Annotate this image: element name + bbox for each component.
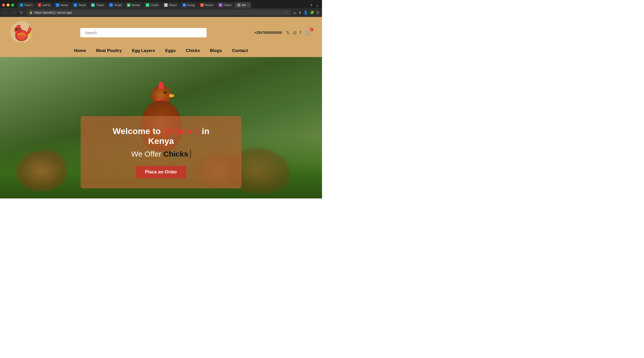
nav-item-contact[interactable]: Contact [232, 48, 248, 53]
maximize-button[interactable] [11, 4, 14, 7]
nav-item-home[interactable]: Home [74, 48, 86, 53]
star-icon[interactable]: ☆ [285, 11, 288, 14]
tab-close-button[interactable]: × [247, 4, 249, 7]
tab-label: Googl [187, 4, 195, 7]
tab-list-button[interactable]: ⌄ [315, 2, 320, 8]
logo-area [10, 21, 33, 44]
toolbar-actions: 🗂 ⬇ 👤 🧩 ☰ [293, 11, 319, 15]
search-input[interactable] [80, 28, 207, 37]
hero-section: Welcome to Chiken it in Kenya We Offer C… [0, 57, 322, 198]
reload-button[interactable]: ↻ [19, 10, 24, 15]
traffic-lights [2, 4, 14, 7]
browser-tab-9[interactable]: GGoogl [180, 2, 197, 8]
site-header: +2547000000000 𝕏 ◎ f 🛒 0 HomeMeat Poultr… [0, 17, 322, 57]
browser-tab-12[interactable]: WWe× [235, 2, 251, 8]
svg-point-6 [16, 29, 17, 29]
browser-tab-3[interactable]: CTempl [71, 2, 88, 8]
site-navigation: HomeMeat PoultryEgg LayersEggsChicksBlog… [10, 48, 312, 53]
place-order-button[interactable]: Place an Order [136, 166, 186, 178]
forward-button[interactable]: → [11, 10, 17, 15]
hero-title: Welcome to Chiken it in Kenya [101, 126, 221, 146]
address-bar[interactable]: 🔒 https://poultry1.vercel.app ☆ [26, 10, 291, 15]
hero-subtitle-typed: Chicks [163, 150, 188, 158]
tab-label: Feed | [24, 4, 32, 7]
website-content: +2547000000000 𝕏 ◎ f 🛒 0 HomeMeat Poultr… [0, 17, 322, 198]
twitter-icon[interactable]: 𝕏 [286, 30, 290, 35]
header-right: +2547000000000 𝕏 ◎ f 🛒 0 [254, 29, 312, 36]
browser-tab-8[interactable]: SShaun [162, 2, 180, 8]
tab-label: Respo [205, 4, 213, 7]
browser-tab-2[interactable]: CHome [53, 2, 70, 8]
nav-item-eggs[interactable]: Eggs [165, 48, 176, 53]
hero-title-prefix: Welcome to [113, 126, 163, 136]
browser-tab-11[interactable]: OOnline [216, 2, 234, 8]
cart-badge: 0 [310, 28, 313, 31]
tab-label: Templ [114, 4, 121, 7]
logo-image [10, 21, 33, 43]
header-top: +2547000000000 𝕏 ◎ f 🛒 0 [10, 21, 312, 44]
download-icon[interactable]: ⬇ [299, 11, 302, 15]
phone-number: +2547000000000 [254, 31, 282, 35]
back-button[interactable]: ← [3, 10, 9, 15]
hero-title-brand: Chiken it [163, 126, 200, 136]
tab-favicon: G [183, 3, 186, 7]
tab-label: Home [61, 4, 68, 7]
nav-item-egg-layers[interactable]: Egg Layers [132, 48, 155, 53]
new-tab-button[interactable]: + [309, 2, 314, 8]
browser-toolbar: ← → ↻ 🔒 https://poultry1.vercel.app ☆ 🗂 … [0, 8, 322, 17]
browser-tab-1[interactable]: Zolaf b| [35, 2, 53, 8]
tab-label: Shaun [169, 4, 177, 7]
facebook-icon[interactable]: f [300, 30, 301, 35]
account-icon[interactable]: 👤 [304, 11, 308, 15]
tab-favicon: O [219, 3, 222, 7]
search-area [38, 28, 249, 37]
tab-favicon: C [73, 3, 77, 7]
tab-favicon: C [109, 3, 113, 7]
pocket-icon[interactable]: 🗂 [293, 11, 296, 15]
tab-label: ChatG [151, 4, 159, 7]
browser-tab-5[interactable]: CTempl [107, 2, 124, 8]
cursor [188, 150, 191, 158]
hero-subtitle: We Offer Chicks [101, 150, 221, 158]
browser-tab-7[interactable]: CChatG [143, 2, 161, 8]
tab-favicon: R [200, 3, 204, 7]
url-display: https://poultry1.vercel.app [34, 11, 284, 14]
tab-label: olaf b| [43, 4, 50, 7]
cart-icon-wrap[interactable]: 🛒 0 [305, 29, 312, 36]
minimize-button[interactable] [7, 4, 10, 7]
tab-favicon: S [164, 3, 168, 7]
browser-tab-10[interactable]: RRespo [198, 2, 216, 8]
tab-favicon: C [146, 3, 149, 7]
browser-tabs: inFeed |Zolaf b|CHomeCTempl▶TravelCTempl… [17, 2, 307, 8]
instagram-icon[interactable]: ◎ [293, 30, 297, 35]
close-button[interactable] [2, 4, 5, 7]
tab-bar: inFeed |Zolaf b|CHomeCTempl▶TravelCTempl… [0, 0, 322, 8]
tab-label: Travel [96, 4, 104, 7]
tab-favicon: ▶ [127, 3, 131, 7]
tab-label: Neutra [132, 4, 140, 7]
hero-overlay: Welcome to Chiken it in Kenya We Offer C… [81, 116, 242, 188]
tab-actions: + ⌄ [309, 2, 320, 8]
secure-icon: 🔒 [29, 11, 33, 14]
nav-item-blogs[interactable]: Blogs [210, 48, 222, 53]
menu-icon[interactable]: ☰ [316, 11, 319, 15]
tab-label: Online [224, 4, 232, 7]
tab-label: We [242, 4, 246, 7]
tab-favicon: Z [38, 3, 41, 7]
tab-favicon: in [20, 3, 23, 7]
browser-tab-6[interactable]: ▶Neutra [125, 2, 143, 8]
browser-tab-0[interactable]: inFeed | [17, 2, 35, 8]
hero-subtitle-prefix: We Offer [131, 150, 163, 158]
nav-item-meat-poultry[interactable]: Meat Poultry [96, 48, 122, 53]
chicken-left-bg [16, 150, 67, 191]
tab-label: Templ [78, 4, 86, 7]
hero-background: Welcome to Chiken it in Kenya We Offer C… [0, 57, 322, 198]
social-icons: 𝕏 ◎ f [286, 30, 301, 35]
browser-chrome: inFeed |Zolaf b|CHomeCTempl▶TravelCTempl… [0, 0, 322, 17]
tab-favicon: W [237, 3, 241, 7]
tab-favicon: ▶ [91, 3, 95, 7]
extensions-icon[interactable]: 🧩 [310, 11, 314, 15]
nav-item-chicks[interactable]: Chicks [186, 48, 200, 53]
tab-favicon: C [56, 3, 59, 7]
browser-tab-4[interactable]: ▶Travel [89, 2, 106, 8]
